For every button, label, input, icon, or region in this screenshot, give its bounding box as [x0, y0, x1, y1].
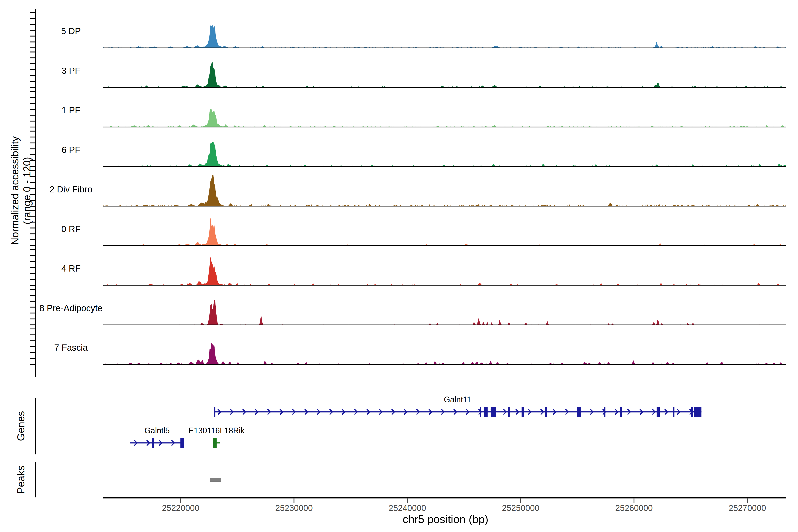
x-tick-label: 25240000 [388, 504, 426, 513]
track-label-8-pre-adipocyte: 8 Pre-Adipocyte [39, 303, 102, 313]
x-tick-label: 25220000 [162, 504, 199, 513]
track-label-5-dp: 5 DP [61, 26, 81, 36]
gene-exon [152, 438, 154, 448]
coverage-area-1-pf [103, 109, 786, 127]
x-tick-label: 25250000 [502, 504, 539, 513]
gene-exon [577, 407, 581, 417]
y-axis-title-line2: (range 0 - 120) [21, 157, 33, 224]
gene-exon [604, 407, 605, 417]
coverage-area-7-fascia [103, 343, 786, 364]
coverage-area-3-pf [103, 62, 786, 87]
x-axis-title: chr5 position (bp) [403, 513, 488, 526]
gene-exon [180, 438, 184, 448]
track-label-2-div-fibro: 2 Div Fibro [50, 185, 92, 194]
track-label-1-pf: 1 PF [62, 105, 80, 115]
gene-exon [694, 407, 701, 417]
coverage-area-5-dp [103, 25, 786, 48]
gene-exon [691, 407, 693, 417]
gene-exon [673, 407, 674, 417]
gene-exon [213, 438, 216, 448]
gene-exon [620, 407, 622, 417]
coverage-plot-svg: Normalized accessibility (range 0 - 120)… [0, 0, 798, 532]
generated-plot-content: 5 DP3 PF1 PF6 PF2 Div Fibro0 RF4 RF8 Pre… [30, 9, 786, 513]
gene-exon [657, 407, 660, 417]
coverage-track-0-rf: 0 RF [30, 210, 786, 246]
coverage-area-6-pf [103, 142, 786, 167]
track-label-4-rf: 4 RF [61, 264, 81, 273]
gene-galntl5: Galntl5 [130, 426, 184, 448]
gene-exon [521, 407, 524, 417]
gene-exon [545, 407, 547, 417]
track-label-7-fascia: 7 Fascia [54, 343, 88, 353]
gene-label-galnt11: Galnt11 [444, 395, 471, 404]
coverage-area-0-rf [103, 218, 786, 246]
y-axis-title-line1: Normalized accessibility [9, 136, 21, 245]
x-tick-label: 25270000 [729, 504, 766, 513]
x-tick-label: 25230000 [275, 504, 313, 513]
gene-exon [491, 407, 496, 417]
peaks-section-label: Peaks [15, 466, 26, 494]
track-label-3-pf: 3 PF [62, 66, 80, 76]
gene-e130116l18rik: E130116L18Rik [188, 426, 245, 448]
coverage-plot-figure: Normalized accessibility (range 0 - 120)… [0, 0, 798, 532]
coverage-track-8-pre-adipocyte: 8 Pre-Adipocyte [30, 289, 786, 325]
track-label-6-pf: 6 PF [62, 145, 80, 155]
genes-section-label: Genes [15, 411, 26, 441]
peak-interval [210, 478, 221, 482]
coverage-area-4-rf [103, 258, 786, 285]
coverage-area-8-pre-adipocyte [103, 300, 786, 325]
track-label-0-rf: 0 RF [61, 224, 81, 234]
coverage-track-7-fascia: 7 Fascia [30, 329, 786, 364]
gene-exon [508, 407, 510, 417]
coverage-track-1-pf: 1 PF [30, 92, 786, 127]
coverage-track-3-pf: 3 PF [30, 52, 786, 88]
gene-label-galntl5: Galntl5 [145, 426, 170, 435]
coverage-track-5-dp: 5 DP [30, 13, 786, 48]
gene-label-e130116l18rik: E130116L18Rik [188, 426, 245, 435]
gene-exon [214, 407, 215, 417]
coverage-track-4-rf: 4 RF [30, 250, 786, 285]
gene-exon [480, 407, 481, 417]
coverage-area-2-div-fibro [103, 175, 786, 206]
coverage-track-6-pf: 6 PF [30, 131, 786, 167]
coverage-track-2-div-fibro: 2 Div Fibro [30, 171, 786, 206]
gene-galnt11: Galnt11 [214, 395, 701, 417]
gene-exon [484, 407, 488, 417]
x-tick-label: 25260000 [615, 504, 653, 513]
